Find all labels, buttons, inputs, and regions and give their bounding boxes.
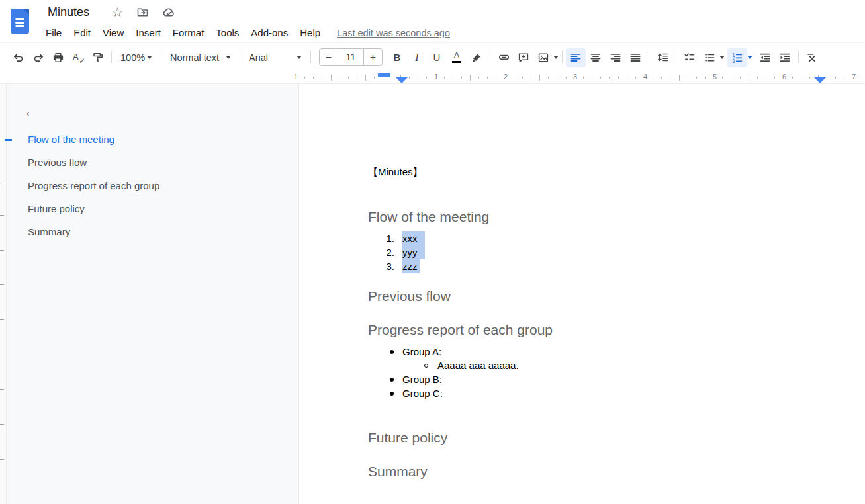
left-indent-marker[interactable] (396, 77, 408, 83)
bulleted-list-button[interactable] (700, 48, 719, 67)
redo-button[interactable] (28, 48, 48, 67)
svg-text:3: 3 (733, 59, 735, 63)
vertical-ruler-ticks (0, 146, 4, 489)
move-to-folder-icon[interactable] (136, 6, 149, 19)
outline-item-progress-report[interactable]: Progress report of each group (7, 174, 298, 197)
outline-sidebar: ← Flow of the meeting Previous flow Prog… (7, 84, 298, 504)
decrease-font-size-button[interactable]: − (320, 52, 338, 63)
list-item: Group C: (368, 386, 839, 400)
align-right-button[interactable] (606, 48, 625, 67)
ruler-number: 5 (711, 73, 719, 81)
first-line-indent-marker[interactable] (378, 73, 390, 77)
menu-format[interactable]: Format (167, 26, 210, 40)
outline-list: Flow of the meeting Previous flow Progre… (7, 128, 298, 243)
doc-title-line: 【Minutes】 (368, 165, 839, 179)
toolbar-divider (676, 51, 676, 63)
increase-font-size-button[interactable]: + (364, 52, 382, 63)
increase-indent-button[interactable] (775, 48, 795, 67)
selected-text: zzz (402, 259, 420, 273)
bullet-list: Group A: Aaaaa aaa aaaaa. Group B: Group… (368, 345, 839, 400)
selected-text: xxx (402, 231, 425, 245)
heading-summary: Summary (368, 464, 839, 479)
list-item: Group A: (368, 345, 839, 358)
horizontal-ruler[interactable]: 1 1 2 3 4 5 6 7 (0, 71, 865, 84)
outline-item-future-policy[interactable]: Future policy (7, 197, 298, 220)
justify-button[interactable] (625, 48, 645, 67)
outline-item-previous-flow[interactable]: Previous flow (7, 151, 298, 174)
toolbar-divider (111, 51, 112, 63)
menu-help[interactable]: Help (294, 26, 326, 40)
heading-previous-flow: Previous flow (368, 289, 839, 304)
paragraph-style-select[interactable]: Normal text (165, 48, 236, 67)
clear-formatting-button[interactable] (802, 48, 822, 67)
list-item: Group B: (368, 372, 839, 386)
ruler-number: 3 (571, 73, 579, 81)
add-comment-icon[interactable] (514, 48, 533, 67)
cloud-saved-icon[interactable] (162, 6, 175, 19)
bullet-icon (390, 392, 394, 396)
spellcheck-icon[interactable]: A✓ (68, 48, 88, 67)
toolbar: A✓ 100% Normal text Arial − 11 + B I U A (0, 43, 865, 71)
chevron-down-icon (296, 56, 302, 59)
document-page[interactable]: 【Minutes】 Flow of the meeting 1.xxx 2.yy… (298, 84, 865, 504)
checklist-button[interactable] (680, 48, 700, 67)
insert-image-dropdown[interactable] (553, 56, 559, 59)
logo-fold (23, 9, 29, 15)
menu-insert[interactable]: Insert (130, 26, 167, 40)
numbered-list: 1.xxx 2.yyy 3.zzz (368, 231, 839, 273)
font-size-value[interactable]: 11 (338, 49, 364, 65)
document-title[interactable]: Minutes (45, 5, 92, 20)
right-indent-marker[interactable] (814, 77, 826, 83)
heading-progress-report: Progress report of each group (368, 323, 839, 337)
outline-item-summary[interactable]: Summary (7, 220, 298, 243)
decrease-indent-button[interactable] (755, 48, 775, 67)
underline-button[interactable]: U (427, 48, 447, 67)
highlight-color-icon[interactable] (467, 48, 486, 67)
menu-addons[interactable]: Add-ons (245, 26, 294, 40)
toolbar-divider (490, 51, 490, 63)
toolbar-divider (798, 51, 799, 63)
numbered-list-dropdown[interactable] (747, 56, 752, 59)
numbered-list-button[interactable]: 1 2 3 (727, 48, 747, 67)
paint-format-icon[interactable] (88, 48, 108, 67)
vertical-ruler (0, 84, 7, 504)
insert-image-icon[interactable] (533, 48, 553, 67)
line-spacing-icon[interactable] (653, 48, 672, 67)
menu-tools[interactable]: Tools (210, 26, 245, 40)
google-docs-logo-icon[interactable] (11, 9, 29, 34)
menu-view[interactable]: View (97, 26, 130, 40)
list-item: Aaaaa aaa aaaaa. (368, 358, 839, 372)
insert-link-icon[interactable] (494, 48, 514, 67)
text-color-button[interactable]: A (447, 48, 467, 67)
bullet-icon (390, 350, 394, 354)
current-text-color (452, 61, 461, 63)
outline-item-flow-of-the-meeting[interactable]: Flow of the meeting (7, 128, 298, 151)
back-arrow-icon: ← (24, 104, 38, 120)
toolbar-divider (649, 51, 649, 63)
align-center-button[interactable] (586, 48, 606, 67)
sub-bullet-icon (424, 364, 428, 368)
bulleted-list-dropdown[interactable] (719, 56, 725, 59)
menu-file[interactable]: File (45, 26, 68, 40)
list-item: 1.xxx (368, 231, 839, 245)
bold-button[interactable]: B (387, 48, 407, 67)
menu-edit[interactable]: Edit (68, 26, 97, 40)
list-item: 3.zzz (368, 259, 839, 273)
print-icon[interactable] (48, 48, 68, 67)
zoom-select[interactable]: 100% (115, 48, 158, 67)
ruler-number: 4 (641, 73, 649, 81)
ruler-number: 2 (502, 73, 510, 81)
last-edit-status[interactable]: Last edit was seconds ago (337, 28, 450, 38)
close-outline-button[interactable]: ← (24, 104, 40, 120)
heading-flow-of-the-meeting: Flow of the meeting (368, 210, 839, 224)
align-left-button[interactable] (566, 48, 586, 67)
italic-button[interactable]: I (407, 48, 427, 67)
chevron-down-icon (226, 56, 231, 59)
undo-button[interactable] (9, 48, 28, 67)
star-icon[interactable]: ☆ (112, 5, 123, 20)
list-item: 2.yyy (368, 245, 839, 259)
font-family-select[interactable]: Arial (244, 48, 307, 67)
toolbar-divider (562, 51, 563, 63)
menu-bar: File Edit View Insert Format Tools Add-o… (45, 26, 450, 40)
bullet-icon (390, 378, 394, 382)
